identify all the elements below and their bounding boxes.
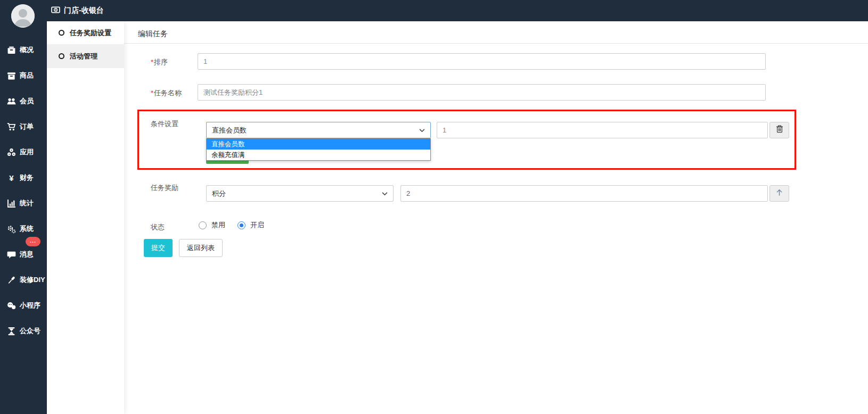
condition-select[interactable]: 直推会员数	[206, 122, 431, 138]
reward-select-value: 积分	[212, 189, 226, 198]
sidebar-item-label: 统计	[20, 198, 34, 208]
sidebar-item-system[interactable]: 系统	[0, 216, 47, 242]
reward-value-input[interactable]	[400, 185, 768, 202]
status-radio-disabled[interactable]	[199, 221, 207, 229]
sidebar-item-label: 装修DIY	[20, 275, 45, 285]
arrow-up-icon	[775, 188, 783, 198]
app-brand: 门店-收银台	[51, 0, 104, 21]
hourglass-icon	[7, 327, 16, 336]
submenu-item-task-reward-settings[interactable]: 任务奖励设置	[47, 21, 124, 45]
submenu-item-label: 任务奖励设置	[70, 28, 111, 38]
members-icon	[7, 97, 16, 106]
sidebar-item-label: 订单	[20, 122, 34, 131]
circle-icon	[59, 30, 64, 36]
sidebar-item-label: 财务	[20, 173, 34, 183]
chevron-down-icon	[419, 126, 425, 134]
sidebar-item-miniprogram[interactable]: 小程序	[0, 293, 47, 318]
condition-dropdown-list: 直推会员数 余额充值满	[206, 138, 431, 161]
required-asterisk: *	[151, 89, 153, 97]
main-content: 编辑任务 *排序 *任务名称 条件设置 直推会员数 直推会员数 余额充值满 任务…	[124, 21, 868, 414]
hammer-icon	[7, 276, 16, 285]
sidebar-item-label: 系统	[20, 224, 34, 234]
stats-icon	[7, 199, 16, 208]
sidebar-item-label: 会员	[20, 96, 34, 106]
avatar[interactable]	[11, 4, 35, 28]
sidebar-item-label: 商品	[20, 71, 34, 80]
sidebar-item-label: 小程序	[20, 301, 40, 310]
finance-icon: ¥	[7, 173, 16, 183]
sidebar-item-overview[interactable]: 概况	[0, 37, 47, 63]
system-icon	[7, 225, 16, 234]
task-name-label: *任务名称	[151, 88, 182, 98]
required-asterisk: *	[151, 58, 153, 66]
condition-option-direct-members[interactable]: 直推会员数	[207, 139, 430, 150]
sort-label: *排序	[151, 57, 168, 67]
upload-arrow-button[interactable]	[769, 185, 789, 202]
sidebar-nav: 概况 商品 会员 订单 应用 ¥ 财务	[0, 37, 47, 344]
circle-icon	[59, 53, 64, 59]
status-radio-group: 禁用 开启	[199, 220, 272, 230]
goods-icon	[7, 71, 16, 80]
delete-condition-button[interactable]	[769, 122, 789, 138]
sidebar-item-label: 应用	[20, 147, 34, 157]
sidebar-item-orders[interactable]: 订单	[0, 114, 47, 139]
miniprogram-icon	[7, 301, 16, 310]
submit-button[interactable]: 提交	[144, 239, 173, 257]
header-divider	[124, 43, 868, 44]
back-to-list-button[interactable]: 返回列表	[179, 239, 223, 257]
cash-register-icon	[51, 5, 60, 16]
sidebar-item-label: 消息	[20, 250, 34, 259]
reward-select[interactable]: 积分	[206, 185, 394, 202]
sidebar: 概况 商品 会员 订单 应用 ¥ 财务	[0, 0, 47, 414]
trash-icon	[776, 125, 783, 135]
messages-badge: ...	[26, 237, 40, 246]
reward-label: 任务奖励	[151, 183, 178, 193]
overview-icon	[7, 46, 16, 55]
condition-label: 条件设置	[151, 119, 178, 129]
condition-select-value: 直推会员数	[212, 126, 247, 135]
topbar	[0, 0, 868, 21]
sidebar-item-goods[interactable]: 商品	[0, 63, 47, 88]
sidebar-item-label: 概况	[20, 45, 34, 55]
status-radio-enabled[interactable]	[238, 221, 245, 229]
chevron-down-icon	[382, 189, 388, 197]
condition-value-input[interactable]	[437, 122, 768, 138]
apps-icon	[7, 148, 16, 157]
app-title: 门店-收银台	[64, 6, 104, 15]
status-label: 状态	[151, 222, 165, 232]
app-window: 门店-收银台 概况 商品 会员 订单	[0, 0, 868, 414]
submenu-item-label: 活动管理	[70, 52, 97, 61]
sidebar-item-messages[interactable]: ... 消息	[0, 242, 47, 267]
task-name-input[interactable]	[198, 84, 766, 101]
submenu-item-activity-management[interactable]: 活动管理	[47, 45, 124, 68]
page-title: 编辑任务	[138, 29, 168, 39]
sidebar-item-stats[interactable]: 统计	[0, 191, 47, 216]
status-radio-disabled-label: 禁用	[211, 220, 225, 230]
sidebar-item-members[interactable]: 会员	[0, 88, 47, 114]
submenu: 任务奖励设置 活动管理	[47, 21, 124, 414]
status-radio-enabled-label: 开启	[250, 220, 264, 230]
condition-option-balance-recharge[interactable]: 余额充值满	[207, 150, 430, 160]
orders-icon	[7, 122, 16, 131]
messages-icon	[7, 250, 16, 259]
sidebar-item-label: 公众号	[20, 326, 40, 336]
sidebar-item-decorate-diy[interactable]: 装修DIY	[0, 267, 47, 293]
sidebar-item-official-account[interactable]: 公众号	[0, 318, 47, 344]
sidebar-item-finance[interactable]: ¥ 财务	[0, 165, 47, 191]
sort-input[interactable]	[198, 53, 766, 70]
sidebar-item-apps[interactable]: 应用	[0, 139, 47, 165]
